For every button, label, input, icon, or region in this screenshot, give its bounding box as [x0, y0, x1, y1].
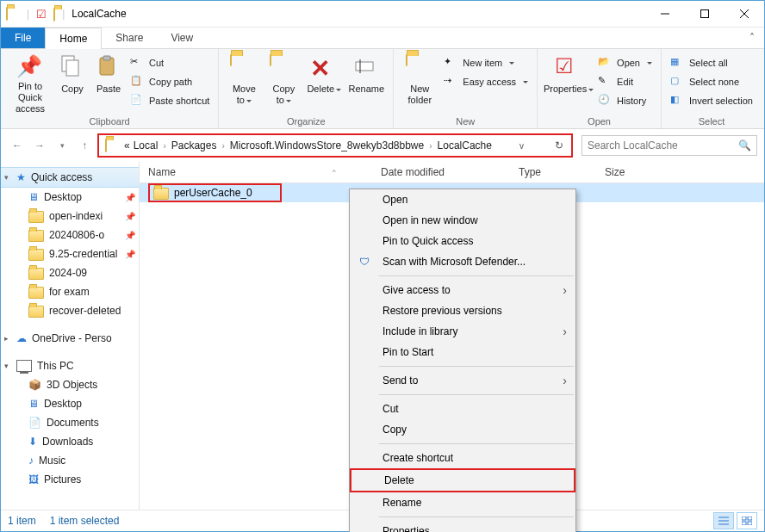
cm-give-access[interactable]: Give access to — [350, 280, 575, 300]
cm-include-library[interactable]: Include in library — [350, 321, 575, 342]
select-all-button[interactable]: ▦Select all — [667, 54, 756, 71]
chevron-right-icon[interactable]: ▸ — [4, 334, 9, 343]
invert-selection-button[interactable]: ◧Invert selection — [667, 92, 756, 109]
col-type[interactable]: Type — [510, 166, 596, 178]
bc-seg-localcache[interactable]: LocalCache — [436, 139, 494, 152]
delete-icon: ✕ — [310, 54, 338, 82]
sidebar-item[interactable]: open-indexi📌 — [1, 207, 139, 226]
delete-button[interactable]: ✕ Delete — [303, 51, 345, 114]
properties-button[interactable]: ☑ Properties — [543, 51, 594, 114]
invert-icon: ◧ — [670, 94, 684, 108]
sidebar-item-music[interactable]: ♪Music — [1, 451, 139, 470]
cm-rename[interactable]: Rename — [350, 492, 575, 513]
cm-restore-versions[interactable]: Restore previous versions — [350, 300, 575, 321]
sidebar-item[interactable]: recover-deleted — [1, 301, 139, 320]
pin-icon: 📌 — [125, 231, 135, 240]
chevron-right-icon[interactable]: › — [426, 141, 435, 151]
recent-locations-button[interactable]: ▾ — [53, 136, 72, 155]
qat-properties-icon[interactable]: ☑ — [36, 8, 47, 21]
chevron-right-icon[interactable]: › — [159, 141, 169, 151]
up-button[interactable]: ↑ — [75, 136, 94, 155]
bc-seg-store[interactable]: Microsoft.WindowsStore_8wekyb3d8bbwe — [228, 139, 426, 152]
refresh-button[interactable]: ↻ — [550, 136, 569, 155]
maximize-button[interactable] — [685, 1, 725, 27]
group-label-organize: Organize — [287, 114, 326, 128]
bc-seg-packages[interactable]: Packages — [170, 139, 219, 152]
view-tab[interactable]: View — [157, 28, 207, 48]
cm-pin-start[interactable]: Pin to Start — [350, 342, 575, 362]
new-item-button[interactable]: ✦New item — [440, 54, 532, 71]
address-folder-icon — [105, 139, 119, 152]
cm-cut[interactable]: Cut — [350, 399, 575, 419]
sidebar-item[interactable]: for exam — [1, 282, 139, 301]
new-folder-button[interactable]: New folder — [399, 51, 440, 114]
rename-button[interactable]: Rename — [345, 51, 388, 114]
sidebar-quick-access[interactable]: ▾ ★ Quick access — [1, 167, 139, 188]
sidebar-item[interactable]: 20240806-o📌 — [1, 226, 139, 244]
sidebar-item-docs[interactable]: 📄Documents — [1, 413, 139, 432]
status-selected-count: 1 item selected — [50, 515, 120, 527]
history-icon: 🕘 — [598, 94, 612, 108]
paste-shortcut-button[interactable]: 📄Paste shortcut — [127, 92, 213, 109]
file-tab[interactable]: File — [1, 28, 45, 48]
sidebar-item-3d[interactable]: 📦3D Objects — [1, 375, 139, 394]
cm-send-to[interactable]: Send to — [350, 370, 575, 391]
move-to-button[interactable]: Move to — [224, 51, 264, 114]
sidebar-this-pc[interactable]: ▾ This PC — [1, 356, 139, 375]
large-icons-view-button[interactable] — [737, 512, 757, 529]
status-item-count: 1 item — [8, 515, 36, 527]
minimize-button[interactable] — [645, 1, 685, 27]
sidebar-label: Quick access — [31, 171, 92, 183]
sidebar-item-downloads[interactable]: ⬇Downloads — [1, 432, 139, 451]
sidebar-item-desktop2[interactable]: 🖥Desktop — [1, 394, 139, 413]
cm-copy[interactable]: Copy — [350, 419, 575, 440]
cm-properties[interactable]: Properties — [350, 521, 575, 532]
cm-defender-scan[interactable]: 🛡 Scan with Microsoft Defender... — [350, 251, 575, 272]
close-button[interactable] — [725, 1, 764, 27]
cut-button[interactable]: ✂Cut — [127, 54, 213, 71]
cm-pin-quick-access[interactable]: Pin to Quick access — [350, 231, 575, 251]
paste-button[interactable]: Paste — [90, 51, 127, 114]
address-dropdown-button[interactable]: v — [512, 136, 531, 155]
ribbon-collapse-button[interactable]: ˄ — [740, 28, 764, 48]
col-name[interactable]: Name — [140, 166, 372, 178]
col-size[interactable]: Size — [596, 166, 656, 178]
cm-create-shortcut[interactable]: Create shortcut — [350, 448, 575, 468]
sidebar-item-pictures[interactable]: 🖼Pictures — [1, 470, 139, 489]
home-tab[interactable]: Home — [45, 28, 102, 49]
easy-access-button[interactable]: ⇢Easy access — [440, 73, 532, 90]
search-input[interactable]: Search LocalCache 🔍 — [582, 135, 757, 156]
col-date[interactable]: Date modified — [372, 166, 510, 178]
chevron-down-icon[interactable]: ▾ — [4, 173, 9, 182]
bc-seg-local[interactable]: Local — [132, 139, 160, 152]
share-tab[interactable]: Share — [102, 28, 157, 48]
sidebar-item-desktop[interactable]: 🖥Desktop📌 — [1, 188, 139, 207]
history-button[interactable]: 🕘History — [594, 92, 656, 109]
copy-button[interactable]: Copy — [54, 51, 90, 114]
back-button[interactable]: ← — [8, 136, 27, 155]
open-button[interactable]: 📂Open — [594, 54, 656, 71]
cm-open[interactable]: Open — [350, 189, 575, 210]
pin-to-quick-access-button[interactable]: 📌 Pin to Quick access — [6, 51, 54, 114]
sidebar-item[interactable]: 9.25-credential📌 — [1, 244, 139, 263]
sidebar-onedrive[interactable]: ▸ ☁ OneDrive - Perso — [1, 329, 139, 348]
chevron-right-icon[interactable]: › — [218, 141, 227, 151]
column-headers[interactable]: Name Date modified Type Size — [140, 162, 764, 183]
bc-prefix[interactable]: « — [122, 139, 132, 152]
search-icon[interactable]: 🔍 — [738, 139, 751, 152]
copy-path-button[interactable]: 📋Copy path — [127, 73, 213, 90]
address-bar[interactable]: « Local› Packages› Microsoft.WindowsStor… — [97, 133, 573, 158]
group-label-open: Open — [588, 114, 611, 128]
sidebar-item[interactable]: 2024-09 — [1, 263, 139, 282]
copy-to-button[interactable]: Copy to — [264, 51, 303, 114]
cm-delete[interactable]: Delete — [350, 468, 575, 492]
navigation-pane[interactable]: ▾ ★ Quick access 🖥Desktop📌 open-indexi📌 … — [1, 162, 140, 510]
select-none-button[interactable]: ▢Select none — [667, 73, 756, 90]
edit-button[interactable]: ✎Edit — [594, 73, 656, 90]
details-view-button[interactable] — [713, 512, 734, 529]
forward-button[interactable]: → — [30, 136, 49, 155]
cm-open-new-window[interactable]: Open in new window — [350, 210, 575, 231]
qat-newfolder-icon[interactable] — [53, 8, 55, 20]
open-icon: 📂 — [598, 56, 612, 70]
chevron-down-icon[interactable]: ▾ — [4, 362, 9, 370]
